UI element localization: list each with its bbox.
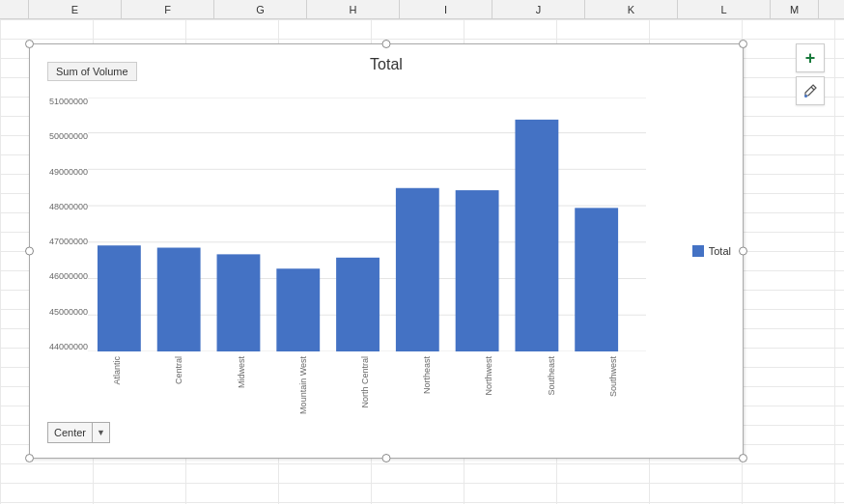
x-label-mountain-west: Mountain West: [298, 356, 312, 414]
legend-item-total: Total: [692, 245, 731, 257]
y-label-6: 50000000: [49, 132, 88, 141]
bar-mountain-west: [276, 268, 320, 351]
bar-atlantic: [98, 245, 141, 351]
resize-handle-top-left[interactable]: [25, 40, 34, 48]
svg-point-8: [804, 95, 807, 98]
y-label-5: 49000000: [49, 168, 88, 177]
resize-handle-mid-left[interactable]: [25, 247, 34, 256]
y-label-2: 46000000: [49, 272, 88, 281]
x-label-atlantic: Atlantic: [112, 356, 126, 385]
y-axis: 51000000 50000000 49000000 48000000 4700…: [35, 98, 88, 351]
x-label-northeast: Northeast: [422, 356, 436, 394]
bar-central: [157, 248, 201, 351]
col-header-M: M: [771, 0, 819, 18]
resize-handle-mid-right[interactable]: [739, 247, 747, 256]
field-label: Sum of Volume: [47, 62, 137, 81]
x-label-northwest: Northwest: [484, 356, 497, 396]
x-label-north-central: North Central: [360, 356, 374, 408]
bar-northwest: [456, 190, 499, 351]
chart-title: Total: [30, 56, 743, 73]
floating-toolbar: +: [796, 43, 825, 105]
chart-style-button[interactable]: [796, 76, 825, 105]
y-label-3: 47000000: [49, 238, 88, 246]
center-button-label: Center: [48, 427, 92, 438]
chart-container[interactable]: Sum of Volume Total 51000000 50000000 49…: [29, 43, 744, 459]
resize-handle-bot-mid[interactable]: [382, 454, 391, 462]
x-label-central: Central: [174, 356, 187, 384]
bar-northeast: [396, 188, 439, 351]
bar-southeast: [515, 120, 558, 351]
col-header-J: J: [492, 0, 585, 18]
column-headers: E F G H I J K L M: [0, 0, 844, 19]
col-header-E: E: [29, 0, 122, 18]
spreadsheet: E F G H I J K L M Sum of Volume Total 51…: [0, 0, 844, 504]
col-header-G: G: [214, 0, 307, 18]
x-label-southeast: Southeast: [547, 356, 560, 396]
col-header-F: F: [122, 0, 214, 18]
y-label-4: 48000000: [49, 203, 88, 211]
x-axis: Atlantic Central Midwest Mountain West N…: [88, 356, 646, 448]
resize-handle-top-mid[interactable]: [382, 40, 391, 48]
y-label-7: 51000000: [49, 98, 88, 106]
bar-midwest: [217, 254, 261, 351]
col-header-H: H: [307, 0, 400, 18]
legend: Total: [692, 245, 731, 257]
bar-southwest: [575, 208, 618, 351]
resize-handle-top-right[interactable]: [739, 40, 747, 48]
resize-handle-bot-right[interactable]: [739, 454, 747, 462]
legend-label-total: Total: [709, 245, 731, 257]
col-header-K: K: [585, 0, 678, 18]
x-label-midwest: Midwest: [237, 356, 250, 388]
x-label-southwest: Southwest: [608, 356, 622, 397]
col-header-L: L: [678, 0, 771, 18]
legend-color-total: [692, 245, 704, 257]
y-label-0: 44000000: [49, 343, 88, 351]
center-button[interactable]: Center ▼: [47, 422, 110, 443]
chart-plot: [88, 98, 646, 351]
resize-handle-bot-left[interactable]: [25, 454, 34, 462]
col-header-I: I: [400, 0, 492, 18]
y-label-1: 45000000: [49, 308, 88, 317]
add-chart-element-button[interactable]: +: [796, 43, 825, 72]
bar-north-central: [336, 258, 380, 351]
paint-brush-icon: [802, 83, 818, 98]
center-button-dropdown-icon[interactable]: ▼: [92, 423, 109, 442]
bar-chart-svg: [88, 98, 646, 351]
